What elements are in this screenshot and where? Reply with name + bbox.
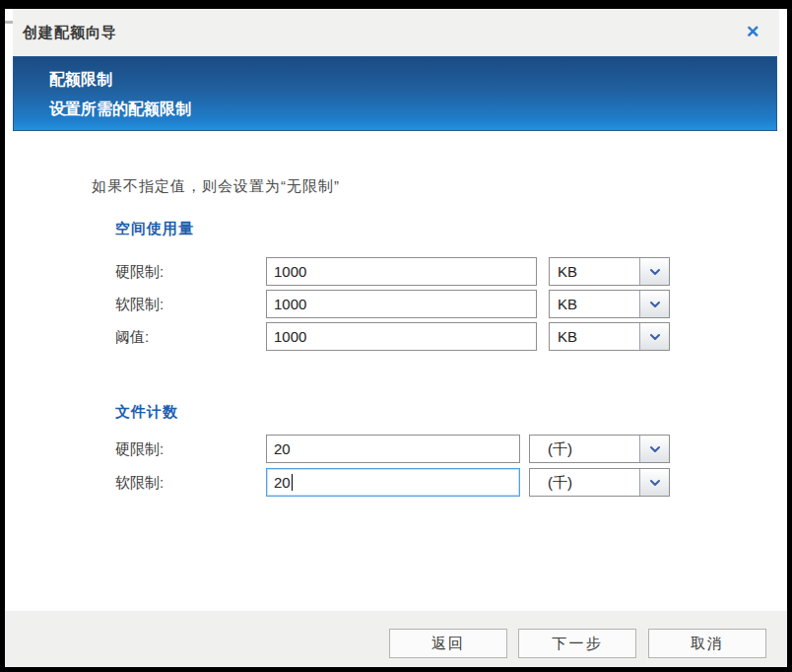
selected-unit: (千) bbox=[548, 469, 572, 496]
space-hard-limit-input[interactable]: 1000 bbox=[266, 257, 537, 286]
wizard-step-banner: 配额限制 设置所需的配额限制 bbox=[13, 56, 777, 131]
section-title-space-usage: 空间使用量 bbox=[115, 220, 194, 238]
chevron-down-icon[interactable] bbox=[639, 291, 669, 317]
file-hard-limit-row: 硬限制: 20 (千) bbox=[5, 435, 787, 463]
input-value: 20 bbox=[274, 474, 291, 491]
close-icon[interactable]: ✕ bbox=[740, 20, 765, 45]
file-soft-limit-input[interactable]: 20 bbox=[266, 468, 520, 497]
file-soft-limit-row: 软限制: 20 (千) bbox=[5, 468, 787, 497]
file-soft-limit-unit-select[interactable]: (千) bbox=[529, 468, 670, 497]
field-label: 软限制: bbox=[115, 290, 164, 318]
create-quota-wizard-dialog: 创建配额向导 ✕ 配额限制 设置所需的配额限制 如果不指定值，则会设置为“无限制… bbox=[5, 9, 787, 667]
chevron-down-icon[interactable] bbox=[639, 436, 669, 462]
dialog-title-bar: 创建配额向导 ✕ bbox=[13, 9, 779, 56]
section-title-file-count: 文件计数 bbox=[115, 403, 178, 422]
chevron-down-icon[interactable] bbox=[639, 469, 669, 496]
background-artifact bbox=[5, 21, 13, 24]
selected-unit: (千) bbox=[548, 436, 572, 462]
step-heading: 配额限制 bbox=[14, 57, 776, 95]
instruction-text: 如果不指定值，则会设置为“无限制” bbox=[92, 177, 340, 196]
space-threshold-unit-select[interactable]: KB bbox=[549, 322, 670, 351]
input-value: 1000 bbox=[274, 328, 306, 345]
space-hard-limit-row: 硬限制: 1000 KB bbox=[5, 257, 787, 286]
space-soft-limit-unit-select[interactable]: KB bbox=[549, 290, 670, 318]
back-button[interactable]: 返回 bbox=[389, 629, 507, 658]
selected-unit: KB bbox=[558, 323, 577, 350]
space-hard-limit-unit-select[interactable]: KB bbox=[549, 257, 670, 286]
space-soft-limit-input[interactable]: 1000 bbox=[266, 290, 537, 318]
selected-unit: KB bbox=[558, 291, 577, 317]
file-hard-limit-input[interactable]: 20 bbox=[266, 435, 520, 463]
field-label: 硬限制: bbox=[115, 435, 164, 463]
space-threshold-input[interactable]: 1000 bbox=[266, 322, 537, 351]
chevron-down-icon[interactable] bbox=[639, 258, 669, 285]
screenshot-frame: 创建配额向导 ✕ 配额限制 设置所需的配额限制 如果不指定值，则会设置为“无限制… bbox=[0, 0, 792, 672]
field-label: 阈值: bbox=[115, 322, 149, 351]
dialog-footer: 返回 下一步 取消 bbox=[5, 611, 787, 667]
step-subheading: 设置所需的配额限制 bbox=[14, 95, 776, 124]
space-soft-limit-row: 软限制: 1000 KB bbox=[5, 290, 787, 318]
cancel-button[interactable]: 取消 bbox=[648, 629, 766, 658]
field-label: 软限制: bbox=[115, 468, 164, 497]
dialog-title: 创建配额向导 bbox=[23, 9, 117, 56]
space-threshold-row: 阈值: 1000 KB bbox=[5, 322, 787, 351]
next-button[interactable]: 下一步 bbox=[518, 629, 636, 658]
file-hard-limit-unit-select[interactable]: (千) bbox=[529, 435, 670, 463]
selected-unit: KB bbox=[558, 258, 577, 285]
text-cursor bbox=[292, 474, 293, 491]
input-value: 20 bbox=[274, 440, 291, 457]
input-value: 1000 bbox=[274, 296, 306, 312]
chevron-down-icon[interactable] bbox=[639, 323, 669, 350]
field-label: 硬限制: bbox=[115, 257, 164, 286]
input-value: 1000 bbox=[274, 263, 306, 280]
